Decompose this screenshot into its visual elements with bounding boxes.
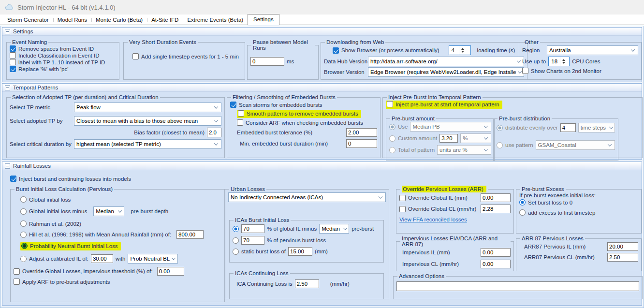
use-median-pb-radio[interactable]: Use — [389, 124, 408, 130]
calibrated-il-input[interactable] — [91, 254, 113, 263]
impervious-threshold-input[interactable] — [157, 267, 184, 276]
ica-cl-input[interactable] — [295, 279, 319, 288]
total-units-dropdown[interactable]: units are % — [437, 145, 491, 155]
collapse-icon[interactable] — [5, 163, 10, 169]
override-global-il-input[interactable] — [481, 193, 511, 202]
tab-model-runs[interactable]: Model Runs — [53, 15, 91, 25]
data-hub-label: Data Hub Version — [324, 59, 366, 64]
spinner-down-icon[interactable] — [562, 62, 565, 64]
show-browser-checkbox[interactable]: Show Browser (or prcess automatically) — [333, 47, 439, 54]
pct-pervious-radio[interactable] — [233, 237, 239, 244]
rahman-radio[interactable]: Rahman et al. (2002) — [20, 220, 81, 227]
static-burst-loss-input[interactable] — [288, 247, 312, 256]
static-burst-unit-label: (mm) — [315, 249, 328, 254]
add-excess-first-timestep-radio[interactable]: add excess to first timestep — [519, 209, 595, 216]
tab-at-site-ifd[interactable]: At-Site IFD — [147, 15, 183, 25]
total-of-pattern-radio[interactable]: Total of pattern — [389, 147, 435, 153]
probability-neutral-radio[interactable]: Probability Neutral Burst Initial Loss — [21, 243, 118, 249]
scan-storms-checkbox[interactable]: Scan storms for embedded bursts — [230, 102, 322, 108]
arr87-il-input[interactable] — [607, 242, 638, 251]
group-title: Selection of Adopted TP (per duration) a… — [12, 94, 159, 100]
arr87-cl-input[interactable] — [607, 253, 638, 262]
consider-arf-checkbox[interactable]: Consider ARF when checking embedded burs… — [237, 119, 363, 126]
tab-storm-generator[interactable]: Storm Generator — [3, 15, 53, 25]
chevron-down-icon — [481, 134, 491, 143]
global-il-minus-radio[interactable]: Global initial loss minus — [20, 208, 87, 215]
critical-duration-dropdown[interactable]: highest mean (selected TP metric) — [74, 139, 221, 149]
adopted-tp-dropdown[interactable]: Closest to mean with a bias to those abo… — [74, 116, 221, 126]
include-classification-checkbox[interactable]: Include Classification in Event ID — [10, 52, 99, 59]
data-hub-dropdown[interactable]: http://data.arr-software.org/ — [368, 57, 524, 66]
pct-global-il-input[interactable] — [241, 224, 264, 233]
browser-version-dropdown[interactable]: Edge Browser (requires WebView2Loader.dl… — [368, 67, 524, 77]
spinner-down-icon[interactable] — [461, 51, 464, 53]
override-global-cl-input[interactable] — [481, 205, 511, 213]
median-pb-dropdown[interactable]: Median PB — [410, 122, 491, 132]
loading-time-stepper[interactable]: 4 — [449, 45, 471, 55]
time-steps-dropdown[interactable]: time steps — [578, 123, 615, 132]
pause-ms-input[interactable] — [250, 57, 284, 66]
icas-mode-dropdown[interactable]: No Indirectly Connected Areas (ICAs) — [228, 192, 386, 202]
use-pattern-radio[interactable]: use pattern — [497, 142, 533, 148]
advanced-options-input[interactable] — [396, 281, 639, 291]
override-global-il-checkbox[interactable]: Override Global IL (mm) — [399, 195, 468, 201]
preburst-excess-caption: If pre-burst exceeds initial loss: — [519, 192, 596, 198]
apply-arf-checkbox[interactable]: Apply ARF to pre-burst adjustments — [14, 279, 110, 285]
collapse-icon[interactable] — [5, 85, 10, 90]
impervious-il-input[interactable] — [481, 248, 511, 257]
hill-radio[interactable]: Hill et al. (1996; 1998) with Mean Annua… — [20, 232, 171, 238]
min-burst-duration-input[interactable] — [346, 139, 377, 148]
chevron-down-icon — [211, 103, 221, 112]
static-burst-loss-radio[interactable]: static burst loss of — [233, 249, 286, 255]
pattern-dropdown[interactable]: GSAM_Coastal — [536, 140, 615, 150]
pct-global-il-label: % of global IL minus — [267, 226, 317, 232]
spinner-up-icon[interactable] — [562, 59, 565, 61]
group-title: Urban Losses — [231, 186, 265, 192]
inject-losses-checkbox[interactable]: Inject burst and continuing losses into … — [10, 176, 131, 182]
view-ffa-link[interactable]: View FFA reconciled losses — [399, 217, 467, 222]
smooth-patterns-checkbox[interactable]: Smooth patterns to remove embedded burst… — [238, 110, 358, 117]
tab-settings[interactable]: Settings — [248, 14, 279, 25]
critical-duration-label: Select critical duration by — [10, 141, 72, 147]
label-with-tp-checkbox[interactable]: label with TP 1..10 instead of TP ID — [10, 59, 105, 65]
downloading-group: Downloading from Web Show Browser (or pr… — [321, 39, 527, 80]
icas-median-dropdown[interactable]: Median — [319, 224, 349, 234]
evenly-steps-input[interactable] — [560, 123, 576, 132]
custom-amount-radio[interactable]: Custom amount — [389, 135, 437, 142]
adjust-calibrated-il-radio[interactable]: Adjust a calibrated IL of: — [20, 256, 88, 262]
custom-amount-input[interactable] — [439, 134, 458, 143]
collapse-icon[interactable] — [5, 29, 10, 34]
charts-2nd-monitor-checkbox[interactable]: Show Charts on 2nd Monitor — [522, 68, 601, 74]
tab-extreme-events[interactable]: Extreme Events (Beta) — [183, 15, 248, 25]
remove-spaces-checkbox[interactable]: Remove spaces from Event ID — [10, 45, 94, 52]
tp-metric-dropdown[interactable]: Peak flow — [74, 103, 221, 112]
event-naming-group: Event Naming Remove spaces from Event ID… — [6, 39, 119, 80]
global-il-radio[interactable]: Global initial loss — [20, 196, 71, 203]
distribute-evenly-radio[interactable]: distribute evenly over — [497, 125, 558, 131]
arr87-cl-label: ARR87 Pervious CL (mm/hr) — [524, 254, 595, 260]
inject-preburst-checkbox[interactable]: Inject pre-burst at start of temporal pa… — [387, 101, 499, 107]
bias-factor-input[interactable] — [207, 128, 221, 137]
burst-tolerance-input[interactable] — [346, 128, 377, 137]
set-burst-loss-zero-radio[interactable]: Set burst loss to 0 — [519, 199, 572, 205]
preburst-depth-dropdown[interactable]: Median — [93, 206, 124, 216]
settings-section-header: Settings — [2, 28, 642, 36]
replace-percent-checkbox[interactable]: Replace '%' with 'pc' — [10, 66, 68, 72]
override-global-cl-checkbox[interactable]: Override Global CL (mm/hr) — [399, 206, 476, 212]
single-timestep-checkbox[interactable]: Add single timestep events for 1 - 5 min — [132, 53, 239, 59]
custom-amount-unit-dropdown[interactable]: % — [460, 133, 491, 143]
settings-page: Settings Event Naming Remove spaces from… — [0, 26, 644, 308]
cpu-cores-stepper[interactable]: 18 — [548, 57, 570, 66]
tab-monte-carlo[interactable]: Monte Carlo (Beta) — [91, 15, 147, 25]
pct-global-il-radio[interactable] — [233, 226, 239, 232]
tab-strip: Storm Generator Model Runs Monte Carlo (… — [0, 15, 644, 25]
region-dropdown[interactable]: Australia — [547, 45, 638, 55]
spinner-up-icon[interactable] — [461, 48, 464, 50]
pct-pervious-input[interactable] — [241, 236, 264, 245]
override-global-losses-checkbox[interactable]: Override Global Losses, impervious thres… — [14, 268, 153, 275]
mean-annual-rainfall-input[interactable] — [176, 230, 204, 239]
override-pervious-group: Override Pervious Losses (ARR) Override … — [396, 186, 514, 234]
group-title: Very Short Duration Events — [129, 39, 196, 45]
impervious-cl-input[interactable] — [481, 260, 511, 268]
prob-neutral-bl-dropdown[interactable]: Prob Neutral BL — [128, 254, 178, 264]
